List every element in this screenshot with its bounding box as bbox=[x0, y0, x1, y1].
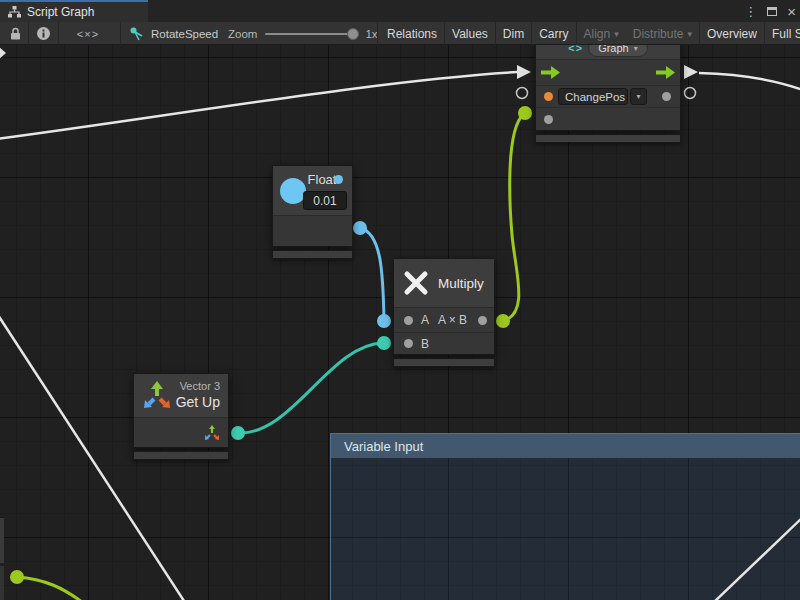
flow-output-port[interactable] bbox=[656, 66, 675, 79]
node-footer[interactable] bbox=[272, 250, 353, 259]
fullscreen-button[interactable]: Full Screen bbox=[765, 22, 800, 45]
flow-row bbox=[536, 60, 680, 85]
changepos-dropdown[interactable]: ChangePos bbox=[558, 88, 628, 105]
wire-lime-bottom-left[interactable] bbox=[17, 577, 82, 600]
zoom-control: Zoom 1x bbox=[228, 22, 378, 45]
flow-input-port[interactable] bbox=[541, 66, 560, 79]
changepos-value: ChangePos bbox=[565, 91, 625, 103]
unconnected-port-ring[interactable] bbox=[517, 88, 528, 99]
port-label-a: A bbox=[421, 313, 429, 327]
vector3-icon bbox=[142, 381, 172, 411]
node-footer[interactable] bbox=[133, 451, 229, 460]
wire-multiply-to-event[interactable] bbox=[503, 114, 524, 321]
node-event-graph[interactable]: <> Graph ▾ Change bbox=[535, 36, 681, 143]
relations-button[interactable]: Relations bbox=[380, 22, 445, 45]
overview-button[interactable]: Overview bbox=[700, 22, 765, 45]
port-row-b: B bbox=[394, 332, 494, 354]
info-icon bbox=[37, 27, 50, 40]
offscreen-node-sliver bbox=[0, 517, 4, 563]
port-label-b: B bbox=[421, 337, 429, 351]
port-label-out: A × B bbox=[438, 313, 467, 327]
flow-arrowhead-out[interactable] bbox=[684, 65, 698, 79]
zoom-slider[interactable] bbox=[265, 33, 357, 35]
chevron-down-icon: ▾ bbox=[614, 29, 619, 39]
node-vector3-getup[interactable]: Vector 3 Get Up bbox=[133, 373, 229, 460]
port-row-a: A A × B bbox=[394, 308, 494, 332]
tab-script-graph[interactable]: Script Graph bbox=[0, 0, 148, 22]
gray-input-port[interactable] bbox=[544, 115, 553, 124]
graph-breadcrumb[interactable]: RotateSpeed bbox=[130, 22, 218, 45]
carry-button[interactable]: Carry bbox=[532, 22, 576, 45]
chevron-down-icon: ▾ bbox=[636, 92, 640, 101]
float-value-field[interactable]: 0.01 bbox=[303, 191, 347, 210]
input-port-a[interactable] bbox=[404, 316, 413, 325]
flow-arrowhead-edge bbox=[0, 46, 6, 60]
value-row: ChangePos ▾ bbox=[536, 85, 680, 107]
blue-wire-endpoint[interactable] bbox=[377, 314, 391, 328]
vector3-output-port[interactable] bbox=[204, 425, 220, 441]
node-footer[interactable] bbox=[535, 134, 681, 143]
close-icon[interactable]: × bbox=[787, 4, 796, 19]
script-graph-window: Variable Input bbox=[0, 0, 800, 600]
lock-button[interactable] bbox=[4, 22, 26, 45]
input-port-b[interactable] bbox=[404, 339, 413, 348]
code-view-button[interactable]: <×> bbox=[66, 22, 110, 45]
changepos-dropdown-button[interactable]: ▾ bbox=[630, 88, 647, 105]
window-tab-bar: Script Graph ⋮ × bbox=[0, 0, 800, 22]
wire-float-to-multiply[interactable] bbox=[360, 228, 384, 319]
graph-name: RotateSpeed bbox=[151, 28, 218, 40]
values-button[interactable]: Values bbox=[445, 22, 496, 45]
offscreen-node-sliver bbox=[0, 566, 4, 600]
orange-input-port[interactable] bbox=[544, 92, 553, 101]
output-port[interactable] bbox=[478, 316, 487, 325]
lock-icon bbox=[10, 27, 21, 40]
distribute-label: Distribute bbox=[633, 27, 684, 41]
blue-wire-endpoint[interactable] bbox=[353, 221, 367, 235]
align-label: Align bbox=[584, 27, 611, 41]
lime-wire-endpoint[interactable] bbox=[10, 570, 24, 584]
teal-wire-endpoint[interactable] bbox=[231, 426, 245, 440]
getup-title: Get Up bbox=[176, 394, 220, 410]
node-multiply[interactable]: Multiply A A × B B bbox=[393, 258, 495, 367]
zoom-label: Zoom bbox=[228, 28, 257, 40]
dim-button[interactable]: Dim bbox=[496, 22, 532, 45]
flow-arrowhead-in[interactable] bbox=[517, 65, 531, 79]
wire-white-in[interactable] bbox=[0, 72, 517, 139]
wire-white-out[interactable] bbox=[699, 73, 800, 90]
chevron-down-icon: ▾ bbox=[687, 29, 692, 39]
multiply-title: Multiply bbox=[438, 276, 484, 291]
kebab-menu-icon[interactable]: ⋮ bbox=[744, 5, 757, 18]
maximize-icon[interactable] bbox=[767, 7, 777, 16]
graph-toolbar: <×> RotateSpeed Zoom 1x Relations Values… bbox=[0, 22, 800, 45]
zoom-slider-knob[interactable] bbox=[347, 28, 359, 40]
extra-row bbox=[536, 107, 680, 130]
teal-wire-endpoint[interactable] bbox=[377, 336, 391, 350]
lime-wire-endpoint[interactable] bbox=[496, 314, 510, 328]
wire-white-diagonal-bottom-right[interactable] bbox=[712, 517, 800, 600]
align-dropdown[interactable]: Align ▾ bbox=[577, 22, 626, 45]
lime-wire-endpoint[interactable] bbox=[518, 106, 532, 120]
wire-vector-to-multiply[interactable] bbox=[238, 343, 383, 433]
distribute-dropdown[interactable]: Distribute ▾ bbox=[626, 22, 700, 45]
gray-output-port[interactable] bbox=[662, 92, 671, 101]
toolbar-buttons: Relations Values Dim Carry Align ▾ Distr… bbox=[380, 22, 800, 45]
vector3-type-label: Vector 3 bbox=[180, 380, 220, 392]
code-icon: <×> bbox=[77, 28, 99, 40]
float-output-port[interactable] bbox=[334, 175, 343, 184]
multiply-icon bbox=[400, 267, 432, 299]
unconnected-port-ring[interactable] bbox=[685, 88, 696, 99]
node-float-literal[interactable]: Float 0.01 bbox=[272, 165, 353, 259]
zoom-value: 1x bbox=[365, 28, 377, 40]
node-footer[interactable] bbox=[393, 358, 495, 367]
script-graph-icon bbox=[8, 6, 21, 18]
info-button[interactable] bbox=[30, 22, 56, 45]
tab-title: Script Graph bbox=[27, 5, 94, 19]
window-controls: ⋮ × bbox=[744, 0, 796, 22]
graph-reference-icon bbox=[130, 27, 145, 41]
